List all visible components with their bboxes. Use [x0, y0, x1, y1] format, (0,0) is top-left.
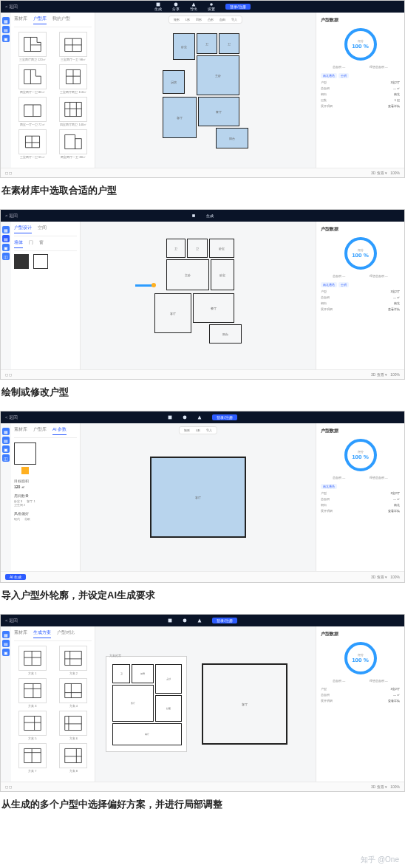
tab-door[interactable]: 门	[29, 239, 33, 248]
tool-l[interactable]: L形	[186, 18, 190, 21]
login-button[interactable]: 登录/注册	[212, 414, 236, 420]
thumb-item[interactable]: 两室两厅一卫 80㎡	[55, 129, 92, 159]
side-icon[interactable]: ▣	[2, 649, 10, 656]
tool-concave[interactable]: 凹形	[196, 18, 202, 21]
back-link[interactable]: < 返回	[5, 618, 18, 624]
tab-asset[interactable]: 素材库	[14, 629, 27, 638]
login-button[interactable]: 登录/注册	[212, 618, 236, 623]
back-link[interactable]: < 返回	[5, 213, 18, 219]
tool-rect[interactable]: 矩形	[174, 18, 180, 21]
plan-thumb[interactable]: 方案 5	[14, 711, 51, 740]
tab-asset[interactable]: 素材库	[14, 426, 27, 435]
tab-design[interactable]: 户型设计	[14, 225, 32, 233]
back-link[interactable]: < 返回	[5, 4, 18, 10]
outline-shape[interactable]: 客厅	[150, 457, 246, 538]
plan-thumb[interactable]: 方案 2	[55, 646, 92, 675]
thumb-item[interactable]: 四室两厅两卫 140㎡	[55, 97, 92, 126]
side-icon[interactable]: ▣	[2, 445, 10, 453]
side-icon[interactable]: ▣	[2, 244, 10, 251]
side-icon[interactable]: ▦	[2, 226, 10, 233]
plan-thumb[interactable]: 方案 1	[14, 646, 51, 675]
tool-import[interactable]: 导入	[231, 18, 237, 21]
topbar-item-3[interactable]: 导出	[190, 2, 197, 11]
side-icon-1[interactable]: ▦	[2, 17, 10, 24]
plan-thumb[interactable]: 方案 8	[55, 743, 92, 773]
zoom-level[interactable]: 100%	[390, 372, 400, 377]
topbar-item[interactable]	[197, 618, 202, 623]
tab-window[interactable]: 窗	[39, 239, 44, 248]
view-3d-button[interactable]: 3D 查看 ▾	[371, 575, 387, 579]
side-icon-active[interactable]: ▤	[2, 235, 10, 242]
plan-thumb[interactable]: 方案 3	[14, 678, 51, 708]
side-icon-3[interactable]: ▣	[2, 35, 10, 42]
prop-row: 展开明细查看详情	[321, 509, 400, 513]
topbar-item[interactable]	[168, 415, 172, 420]
back-link[interactable]: < 返回	[5, 414, 18, 421]
thumb-item[interactable]: 三室两厅两卫 110㎡	[55, 64, 92, 94]
view-3d-button[interactable]: 3D 查看 ▾	[371, 785, 387, 789]
tab-space[interactable]: 空间	[38, 225, 47, 233]
tab-asset[interactable]: 素材库	[14, 16, 27, 24]
canvas[interactable]: 矩形 L形 凹形 凸形 自由 导入 卧室 卫 卫 主卧 厨房 客厅 餐厅 阳台	[95, 13, 316, 168]
side-icon[interactable]: ▤	[2, 437, 10, 444]
topbar-item-1[interactable]: 生成	[154, 2, 162, 11]
thumb-item[interactable]: 三室两厅两卫 120㎡	[14, 32, 51, 61]
topbar-item[interactable]	[183, 618, 187, 623]
opt-living[interactable]: 客厅 1	[27, 499, 35, 503]
tab-floorplan-lib[interactable]: 户型库	[33, 16, 47, 24]
topbar-item[interactable]	[197, 415, 202, 420]
tab-lib[interactable]: 户型库	[33, 426, 47, 435]
tab-generated[interactable]: 生成方案	[33, 629, 51, 638]
tool-convex[interactable]: 凸形	[208, 18, 214, 21]
selected-plan[interactable]: 方案推荐 卫 厨房 主卧 客厅 卧室 餐厅	[106, 656, 187, 752]
login-button[interactable]: 登录/注册	[225, 4, 250, 10]
tool[interactable]: L形	[196, 428, 200, 432]
edit-handle[interactable]	[135, 284, 153, 287]
thumb-item[interactable]: 两室两厅一卫 86㎡	[14, 64, 51, 94]
thumb-item[interactable]: 三室两厅一卫 95㎡	[14, 129, 51, 159]
plan-thumb[interactable]: 方案 7	[14, 743, 51, 773]
thumb-item[interactable]: 三室两厅一卫 98㎡	[55, 32, 92, 61]
canvas[interactable]: 矩形 L形 导入 客厅	[81, 423, 316, 571]
area-input[interactable]: 120 ㎡	[14, 485, 77, 489]
tool-free[interactable]: 自由	[219, 18, 225, 21]
generate-button[interactable]: AI 生成	[5, 574, 26, 580]
plan-thumb[interactable]: 方案 6	[55, 711, 92, 740]
topbar-item[interactable]	[191, 213, 196, 218]
side-icon[interactable]: ◫	[2, 454, 10, 462]
tool[interactable]: 导入	[206, 428, 212, 432]
tab-mine[interactable]: 我的户型	[52, 16, 70, 24]
target-outline[interactable]: 客厅	[202, 663, 287, 745]
shape-outline[interactable]	[33, 254, 48, 269]
topbar-item-4[interactable]: 设置	[208, 2, 215, 11]
topbar-item[interactable]	[168, 618, 172, 623]
svg-point-7	[183, 619, 187, 623]
shape-solid[interactable]	[14, 254, 29, 269]
view-3d-button[interactable]: 3D 查看 ▾	[371, 372, 387, 377]
canvas[interactable]: 卫 卫 卧室 主卧 卧室 客厅 餐厅 阳台	[81, 222, 316, 369]
zoom-level[interactable]: 100%	[390, 171, 400, 175]
style-opt[interactable]: 现代	[14, 517, 20, 521]
entry-marker[interactable]	[21, 467, 29, 474]
topbar-item[interactable]	[183, 415, 187, 420]
tab-ai[interactable]: AI 参数	[52, 426, 67, 435]
tab-compare[interactable]: 户型对比	[57, 629, 75, 638]
opt-bath[interactable]: 卫生间 2	[14, 503, 25, 507]
topbar-item-2[interactable]: 分享	[172, 2, 180, 11]
zoom-level[interactable]: 100%	[390, 575, 400, 579]
style-opt[interactable]: 北欧	[24, 517, 30, 521]
zoom-level[interactable]: 100%	[390, 785, 400, 789]
canvas[interactable]: 方案推荐 卫 厨房 主卧 客厅 卧室 餐厅 客厅	[95, 626, 316, 782]
side-icon[interactable]: ▤	[2, 640, 10, 647]
view-3d-button[interactable]: 3D 查看 ▾	[371, 171, 387, 175]
side-icon[interactable]: ▦	[2, 428, 10, 435]
thumb-item[interactable]: 两室一厅一卫 72㎡	[14, 97, 51, 126]
side-icon-2[interactable]: ▤	[2, 26, 10, 33]
tab-wall[interactable]: 墙体	[14, 239, 23, 248]
side-icon[interactable]: ◫	[2, 253, 10, 260]
anchor-point[interactable]	[152, 283, 156, 287]
side-icon[interactable]: ▦	[2, 631, 10, 638]
tool[interactable]: 矩形	[184, 428, 190, 432]
plan-thumb[interactable]: 方案 4	[55, 678, 92, 708]
topbar-item[interactable]: 生成	[206, 213, 214, 218]
